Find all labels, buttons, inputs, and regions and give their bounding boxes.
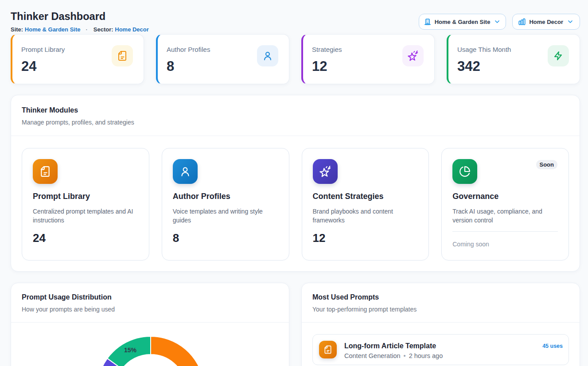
- svg-text:15%: 15%: [124, 347, 137, 354]
